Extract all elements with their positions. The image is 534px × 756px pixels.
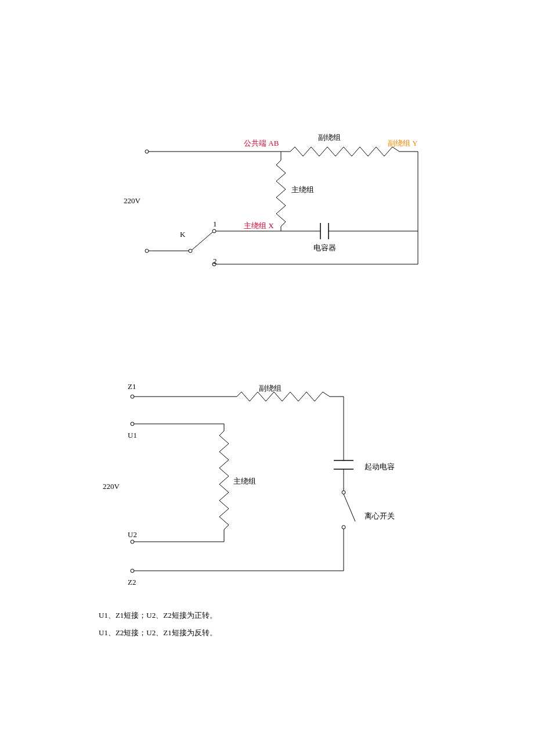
c1-pos1: 1 — [213, 219, 217, 229]
svg-point-23 — [342, 525, 345, 529]
c2-u1: U1 — [128, 431, 137, 440]
svg-point-11 — [189, 249, 192, 253]
c2-u2: U2 — [128, 530, 137, 539]
svg-point-15 — [131, 395, 134, 398]
c2-z1: Z1 — [128, 382, 136, 391]
c1-common-terminal: 公共端 AB — [244, 138, 279, 149]
c1-pos2: 2 — [213, 257, 217, 266]
c1-voltage: 220V — [124, 196, 140, 206]
svg-point-9 — [145, 249, 149, 253]
c1-switch-k: K — [180, 230, 185, 239]
c1-main-winding-x: 主绕组 X — [244, 221, 274, 231]
svg-line-12 — [192, 232, 212, 250]
c2-start-capacitor: 起动电容 — [365, 462, 395, 472]
c1-main-winding: 主绕组 — [291, 185, 314, 195]
svg-point-25 — [131, 569, 134, 573]
c2-main-winding: 主绕组 — [233, 476, 256, 487]
note-line-1: U1、Z1短接；U2、Z2短接为正转。 — [99, 610, 217, 621]
svg-point-21 — [342, 491, 345, 494]
svg-point-0 — [145, 150, 149, 153]
c2-z2: Z2 — [128, 578, 136, 587]
c2-centrifugal-switch: 离心开关 — [365, 511, 395, 521]
circuit-1-svg — [0, 0, 534, 302]
c1-aux-winding-y: 副绕组 Y — [388, 138, 418, 149]
circuit-2-svg — [0, 360, 534, 708]
svg-point-27 — [131, 422, 134, 426]
svg-point-29 — [131, 540, 134, 543]
c2-voltage: 220V — [103, 482, 120, 491]
c2-aux-winding: 副绕组 — [259, 383, 282, 394]
svg-point-4 — [212, 229, 216, 233]
svg-line-22 — [344, 494, 355, 521]
c1-capacitor: 电容器 — [313, 243, 336, 253]
note-line-2: U1、Z2短接；U2、Z1短接为反转。 — [99, 628, 217, 638]
c1-aux-winding: 副绕组 — [318, 132, 341, 143]
